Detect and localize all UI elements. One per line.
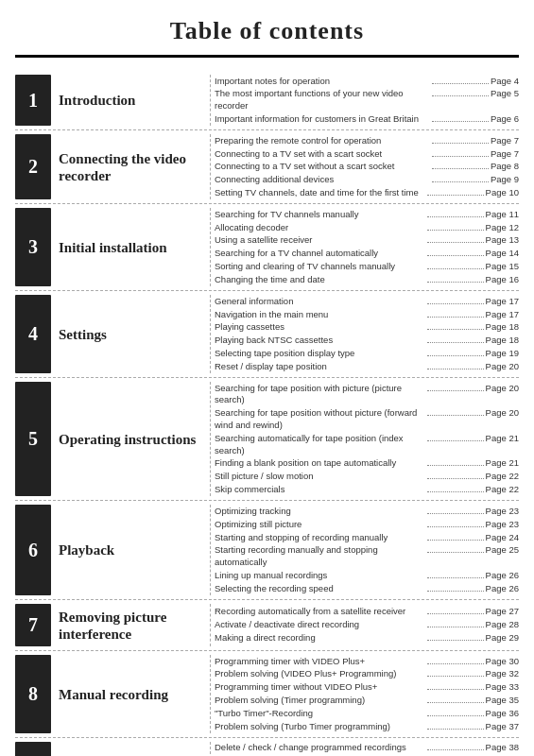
toc-dots bbox=[427, 552, 484, 553]
toc-dots bbox=[427, 591, 484, 592]
toc-page: Page 20 bbox=[486, 361, 519, 373]
toc-entry: Playing cassettesPage 18 bbox=[215, 321, 519, 335]
toc-entry-text: Reset / display tape position bbox=[215, 361, 425, 373]
toc-dots bbox=[427, 491, 484, 492]
toc-entry-text: Searching automatically for tape positio… bbox=[215, 433, 425, 457]
toc-entry-text: Activate / deactivate direct recording bbox=[215, 619, 425, 631]
toc-dots bbox=[427, 663, 484, 664]
toc-entry-text: Allocating decoder bbox=[215, 222, 425, 234]
toc-page: Page 11 bbox=[486, 209, 519, 221]
toc-entry-text: Programming timer without VIDEO Plus+ bbox=[215, 681, 425, 694]
toc-entry-text: General information bbox=[215, 296, 425, 308]
toc-page: Page 25 bbox=[486, 544, 519, 557]
toc-entry: Important information for customers in G… bbox=[215, 112, 519, 126]
toc-entry: Playing back NTSC cassettesPage 18 bbox=[215, 335, 519, 348]
toc-entry: Navigation in the main menuPage 17 bbox=[215, 308, 519, 321]
toc-dots bbox=[427, 627, 484, 627]
toc-page: Page 36 bbox=[486, 708, 519, 720]
toc-page: Page 19 bbox=[486, 348, 519, 360]
section-entries-7: Recording automatically from a satellite… bbox=[210, 604, 519, 646]
toc-entry-text: Programming timer with VIDEO Plus+ bbox=[215, 656, 425, 668]
toc-page: Page 35 bbox=[486, 695, 519, 707]
toc-entry: Selecting the recording speedPage 26 bbox=[215, 582, 519, 595]
toc-page: Page 7 bbox=[491, 135, 519, 147]
toc-dots bbox=[427, 329, 484, 330]
toc-entry-text: Connecting to a TV set without a scart s… bbox=[215, 161, 430, 173]
toc-entry: Programming timer with VIDEO Plus+Page 3… bbox=[215, 655, 519, 668]
toc-entry: Optimizing trackingPage 23 bbox=[215, 505, 519, 518]
toc-entry-text: Selecting tape position display type bbox=[215, 348, 425, 360]
toc-entry: Problem solving (Timer programming)Page … bbox=[215, 695, 519, 708]
section-num-4: 4 bbox=[15, 295, 51, 373]
toc-entry-text: The most important functions of your new… bbox=[215, 88, 430, 112]
section-label-9: Programmed recordings bbox=[59, 742, 210, 756]
toc-dots bbox=[432, 143, 489, 144]
toc-page: Page 23 bbox=[486, 519, 519, 531]
toc-section-1: 1IntroductionImportant notes for operati… bbox=[15, 71, 519, 130]
toc-entry-text: Searching for a TV channel automatically bbox=[215, 248, 425, 260]
toc-entry: Connecting additional devicesPage 9 bbox=[215, 174, 519, 187]
section-num-8: 8 bbox=[15, 655, 51, 733]
toc-page: Page 7 bbox=[491, 148, 519, 161]
toc-entry-text: Starting recording manually and stopping… bbox=[215, 544, 425, 569]
toc-entry-text: Playing back NTSC cassettes bbox=[215, 335, 425, 347]
toc-entry: Optimizing still picturePage 23 bbox=[215, 518, 519, 531]
toc-section-8: 8Manual recordingProgramming timer with … bbox=[15, 651, 519, 738]
toc-page: Page 6 bbox=[491, 113, 519, 126]
toc-page: Page 30 bbox=[486, 656, 519, 668]
toc-dots bbox=[427, 729, 484, 730]
toc-entry-text: Setting TV channels, date and time for t… bbox=[215, 187, 425, 199]
section-label-6: Playback bbox=[59, 505, 210, 595]
toc-page: Page 12 bbox=[486, 222, 519, 234]
toc-dots bbox=[432, 121, 489, 122]
toc-entry: Delete / check / change programmed recor… bbox=[215, 742, 519, 755]
section-label-1: Introduction bbox=[59, 75, 210, 126]
section-entries-3: Searching for TV channels manuallyPage 1… bbox=[210, 208, 519, 286]
toc-entry-text: Still picture / slow motion bbox=[215, 471, 425, 483]
toc-entry: The most important functions of your new… bbox=[215, 88, 519, 113]
toc-entry: Setting TV channels, date and time for t… bbox=[215, 187, 519, 200]
section-label-3: Initial installation bbox=[59, 208, 210, 286]
toc-page: Page 20 bbox=[486, 407, 519, 420]
toc-dots bbox=[427, 702, 484, 703]
toc-section-3: 3Initial installationSearching for TV ch… bbox=[15, 204, 519, 291]
toc-entry: Changing the time and datePage 16 bbox=[215, 273, 519, 286]
toc-entry-text: Changing the time and date bbox=[215, 274, 425, 286]
toc-dots bbox=[427, 242, 484, 243]
toc-entry: Lining up manual recordingsPage 26 bbox=[215, 569, 519, 582]
toc-entry: Activate / deactivate direct recordingPa… bbox=[215, 619, 519, 632]
section-num-2: 2 bbox=[15, 134, 51, 199]
toc-page: Page 29 bbox=[486, 632, 519, 644]
toc-entry-text: Navigation in the main menu bbox=[215, 309, 425, 321]
toc-page: Page 28 bbox=[486, 619, 519, 631]
toc-dots bbox=[427, 390, 484, 391]
toc-page: Page 38 bbox=[486, 742, 519, 754]
toc-dots bbox=[427, 676, 484, 677]
toc-page: Page 26 bbox=[486, 570, 519, 582]
toc-entry: "Turbo Timer"-RecordingPage 36 bbox=[215, 707, 519, 720]
page-title: Table of contents bbox=[15, 17, 519, 58]
toc-page: Page 14 bbox=[486, 248, 519, 260]
toc-page: Page 17 bbox=[486, 296, 519, 308]
toc-entry: Searching automatically for tape positio… bbox=[215, 432, 519, 457]
toc-section-9: 9Programmed recordingsDelete / check / c… bbox=[15, 738, 519, 756]
toc-dots bbox=[427, 526, 484, 527]
toc-page: Page 8 bbox=[491, 161, 519, 173]
toc-entry-text: Optimizing still picture bbox=[215, 519, 425, 531]
section-label-8: Manual recording bbox=[59, 655, 210, 733]
toc-entry: Making a direct recordingPage 29 bbox=[215, 631, 519, 644]
toc-dots bbox=[427, 216, 484, 217]
page: Table of contents 1IntroductionImportant… bbox=[0, 0, 534, 756]
toc-entry-text: Skip commercials bbox=[215, 484, 425, 496]
toc-dots bbox=[427, 513, 484, 514]
toc-entry: Selecting tape position display typePage… bbox=[215, 347, 519, 360]
toc-entry: General informationPage 17 bbox=[215, 295, 519, 308]
toc-page: Page 10 bbox=[486, 187, 519, 199]
toc-dots bbox=[427, 540, 484, 541]
toc-dots bbox=[427, 577, 484, 578]
toc-page: Page 22 bbox=[486, 471, 519, 483]
toc-entry: Sorting and clearing of TV channels manu… bbox=[215, 261, 519, 274]
toc-entry-text: Important notes for operation bbox=[215, 76, 430, 88]
toc-entry: Using a satellite receiverPage 13 bbox=[215, 234, 519, 248]
section-label-5: Operating instructions bbox=[59, 382, 210, 496]
